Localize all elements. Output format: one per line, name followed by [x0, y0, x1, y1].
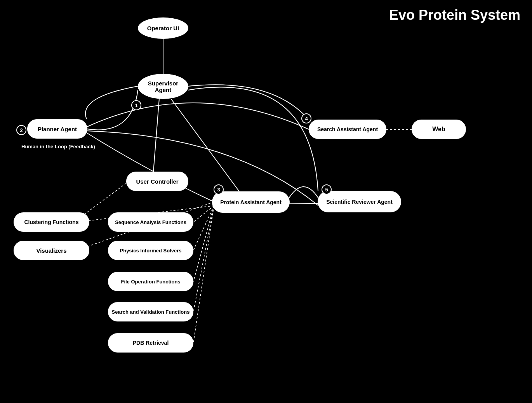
page-title: Evo Protein System	[389, 7, 520, 23]
sequence-analysis-functions-node: Sequence Analysis Functions	[108, 212, 193, 232]
planner-agent-node: Planner Agent	[27, 119, 87, 139]
badge-5: 5	[322, 184, 332, 195]
badge-1: 1	[131, 100, 141, 110]
pdb-retrieval-node: PDB Retrieval	[108, 333, 193, 353]
human-in-loop-label: Human in the Loop (Feedback)	[21, 144, 95, 149]
physics-informed-label: Physics Informed Solvers	[120, 248, 182, 254]
protein-assistant-agent-node: Protein Assistant Agent	[212, 191, 290, 213]
search-assistant-agent-node: Search Assistant Agent	[309, 120, 386, 139]
visualizers-label: Visualizers	[36, 247, 66, 254]
physics-informed-solvers-node: Physics Informed Solvers	[108, 241, 193, 260]
scientific-reviewer-label: Scientific Reviewer Agent	[326, 199, 393, 205]
file-operation-label: File Operation Functions	[121, 279, 180, 285]
visualizers-node: Visualizers	[14, 241, 89, 260]
planner-agent-label: Planner Agent	[38, 126, 77, 132]
pdb-retrieval-label: PDB Retrieval	[133, 340, 169, 346]
clustering-functions-label: Clustering Functions	[24, 219, 79, 225]
badge-2: 2	[16, 125, 26, 135]
web-label: Web	[432, 126, 445, 133]
sequence-analysis-label: Sequence Analysis Functions	[115, 219, 186, 225]
search-validation-functions-node: Search and Validation Functions	[108, 302, 193, 321]
user-controller-node: User Controller	[126, 172, 188, 191]
user-controller-label: User Controller	[136, 178, 178, 185]
badge-3: 3	[214, 184, 224, 195]
scientific-reviewer-agent-node: Scientific Reviewer Agent	[318, 191, 401, 212]
operator-ui-node: Operator UI	[138, 17, 188, 39]
web-node: Web	[412, 120, 466, 139]
supervisor-agent-label: SupervisorAgent	[148, 80, 178, 93]
search-validation-label: Search and Validation Functions	[112, 309, 190, 315]
supervisor-agent-node: SupervisorAgent	[138, 74, 188, 99]
file-operation-functions-node: File Operation Functions	[108, 272, 193, 291]
protein-assistant-label: Protein Assistant Agent	[220, 199, 282, 205]
operator-ui-label: Operator UI	[147, 25, 179, 31]
clustering-functions-node: Clustering Functions	[14, 212, 89, 232]
search-assistant-label: Search Assistant Agent	[317, 126, 378, 132]
badge-4: 4	[301, 113, 311, 123]
